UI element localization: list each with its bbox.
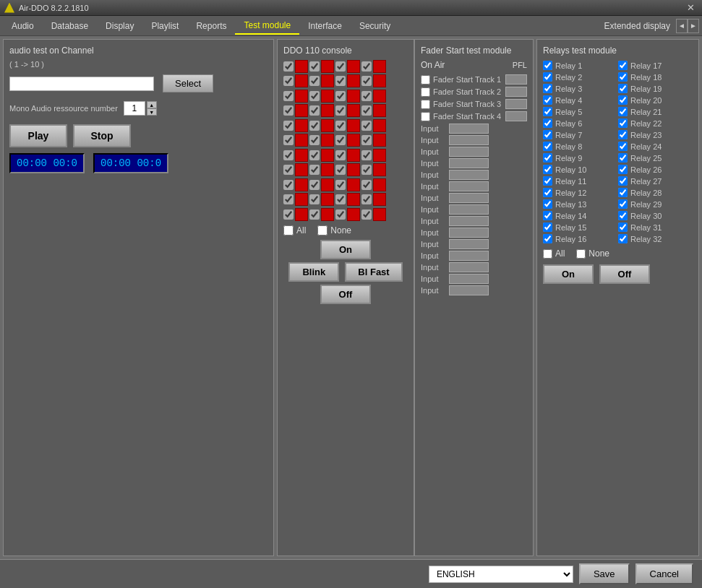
ddo-cb-4-7[interactable]	[335, 165, 346, 175]
relay-cb-20[interactable]	[618, 95, 628, 105]
audio-file-input[interactable]	[9, 77, 154, 91]
relay-cb-23[interactable]	[618, 130, 628, 139]
ddo-cb-1-1[interactable]	[283, 61, 294, 72]
fader-track-cb-2[interactable]	[421, 87, 430, 97]
menu-audio[interactable]: Audio	[3, 18, 43, 34]
ddo-cb-5-7[interactable]	[335, 194, 346, 204]
ddo-off-button[interactable]: Off	[320, 285, 371, 304]
relay-all-checkbox[interactable]	[543, 249, 552, 259]
relay-cb-7[interactable]	[543, 130, 552, 139]
ddo-cb-3-7[interactable]	[335, 135, 346, 145]
ddo-cb-4-4[interactable]	[361, 150, 372, 160]
relay-off-button[interactable]: Off	[599, 264, 650, 284]
ddo-cb-2-2[interactable]	[309, 91, 320, 101]
relay-cb-24[interactable]	[618, 142, 628, 151]
bl-fast-button[interactable]: Bl Fast	[345, 262, 402, 282]
nav-left-button[interactable]: ◄	[676, 19, 688, 33]
ddo-cb-5-4[interactable]	[361, 180, 372, 190]
relay-cb-32[interactable]	[618, 234, 628, 243]
close-button[interactable]: ✕	[684, 2, 698, 13]
ddo-cb-5-1[interactable]	[283, 180, 294, 190]
ddo-on-button[interactable]: On	[320, 240, 371, 259]
save-button[interactable]: Save	[579, 563, 630, 584]
relay-cb-28[interactable]	[618, 188, 628, 197]
relay-cb-1[interactable]	[543, 61, 552, 70]
ddo-cb-3-8[interactable]	[361, 135, 372, 145]
ddo-cb-3-1[interactable]	[283, 121, 294, 131]
ddo-cb-2-4[interactable]	[361, 91, 372, 101]
menu-security[interactable]: Security	[351, 18, 399, 34]
ddo-cb-3-2[interactable]	[309, 121, 320, 131]
ddo-cb-5-8[interactable]	[361, 194, 372, 204]
ddo-cb-1-5[interactable]	[283, 76, 294, 86]
ddo-cb-4-5[interactable]	[283, 165, 294, 175]
relay-cb-11[interactable]	[543, 176, 552, 186]
resource-spinner[interactable]: ▲ ▼	[147, 101, 157, 116]
relay-cb-27[interactable]	[618, 176, 628, 186]
spinner-down[interactable]: ▼	[147, 108, 157, 116]
ddo-cb-4-2[interactable]	[309, 150, 320, 160]
ddo-cb-1-4[interactable]	[361, 61, 372, 72]
relay-cb-25[interactable]	[618, 153, 628, 163]
fader-track-cb-4[interactable]	[421, 112, 430, 121]
relay-cb-16[interactable]	[543, 234, 552, 243]
ddo-cb-3-4[interactable]	[361, 121, 372, 131]
ddo-cb-3-3[interactable]	[335, 121, 346, 131]
relay-cb-17[interactable]	[618, 61, 628, 70]
ddo-cb-1-6[interactable]	[309, 76, 320, 86]
menu-playlist[interactable]: Playlist	[142, 18, 187, 34]
relay-cb-8[interactable]	[543, 142, 552, 151]
relay-cb-22[interactable]	[618, 118, 628, 128]
menu-interface[interactable]: Interface	[299, 18, 351, 34]
ddo-cb-5-2[interactable]	[309, 180, 320, 190]
ddo-cb-2-3[interactable]	[335, 91, 346, 101]
spinner-up[interactable]: ▲	[147, 101, 157, 108]
ddo-cb-1-2[interactable]	[309, 61, 320, 72]
ddo-cb-4-3[interactable]	[335, 150, 346, 160]
relay-cb-29[interactable]	[618, 199, 628, 209]
ddo-cb-5-3[interactable]	[335, 180, 346, 190]
ddo-cb-1-8[interactable]	[361, 76, 372, 86]
ddo-cb-5-6[interactable]	[309, 194, 320, 204]
relay-cb-15[interactable]	[543, 222, 552, 232]
menu-database[interactable]: Database	[43, 18, 97, 34]
menu-reports[interactable]: Reports	[187, 18, 235, 34]
relay-on-button[interactable]: On	[543, 264, 594, 284]
ddo-cb-4-1[interactable]	[283, 150, 294, 160]
ddo-cb-4-6[interactable]	[309, 165, 320, 175]
relay-cb-6[interactable]	[543, 118, 552, 128]
relay-cb-21[interactable]	[618, 107, 628, 116]
blink-button[interactable]: Blink	[288, 262, 339, 282]
ddo-cb-2-7[interactable]	[335, 105, 346, 116]
relay-cb-2[interactable]	[543, 72, 552, 82]
language-select[interactable]: ENGLISH	[429, 566, 573, 583]
relay-cb-5[interactable]	[543, 107, 552, 116]
ddo-cb-1-3[interactable]	[335, 61, 346, 72]
ddo-cb-6-1[interactable]	[283, 209, 294, 220]
resource-input[interactable]	[124, 101, 145, 116]
ddo-cb-6-3[interactable]	[335, 209, 346, 220]
ddo-cb-2-5[interactable]	[283, 105, 294, 116]
ddo-cb-6-4[interactable]	[361, 209, 372, 220]
ddo-cb-2-1[interactable]	[283, 91, 294, 101]
ddo-cb-1-7[interactable]	[335, 76, 346, 86]
play-button[interactable]: Play	[9, 124, 67, 147]
relay-cb-26[interactable]	[618, 165, 628, 174]
none-checkbox[interactable]	[317, 225, 328, 235]
relay-cb-19[interactable]	[618, 84, 628, 93]
relay-cb-30[interactable]	[618, 211, 628, 220]
select-button[interactable]: Select	[163, 74, 213, 92]
cancel-button[interactable]: Cancel	[635, 563, 693, 584]
relay-cb-14[interactable]	[543, 211, 552, 220]
relay-cb-12[interactable]	[543, 188, 552, 197]
relay-none-checkbox[interactable]	[576, 249, 586, 259]
stop-button[interactable]: Stop	[73, 124, 131, 147]
relay-cb-31[interactable]	[618, 222, 628, 232]
ddo-cb-5-5[interactable]	[283, 194, 294, 204]
ddo-cb-2-8[interactable]	[361, 105, 372, 116]
ddo-cb-6-2[interactable]	[309, 209, 320, 220]
all-checkbox[interactable]	[283, 225, 294, 235]
relay-cb-3[interactable]	[543, 84, 552, 93]
ddo-cb-3-5[interactable]	[283, 135, 294, 145]
nav-right-button[interactable]: ►	[688, 19, 699, 33]
